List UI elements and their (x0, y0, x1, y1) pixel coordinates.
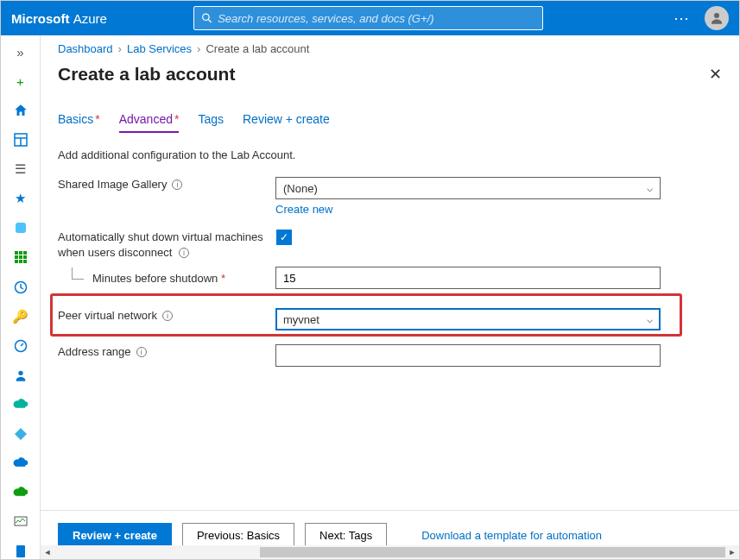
address-range-input[interactable] (283, 349, 653, 362)
list-icon[interactable]: ☰ (12, 161, 29, 177)
svg-rect-7 (15, 251, 18, 255)
search-icon (201, 12, 212, 24)
chevron-down-icon: ⌵ (647, 313, 653, 325)
svg-rect-13 (15, 260, 18, 263)
minutes-before-shutdown-label: Minutes before shutdown (92, 272, 218, 285)
create-new-link[interactable]: Create new (275, 203, 332, 216)
all-resources-icon[interactable] (12, 249, 29, 265)
intro-text: Add additional configuration to the Lab … (58, 148, 722, 161)
minutes-input[interactable] (283, 272, 653, 285)
svg-line-1 (208, 20, 211, 22)
person-icon (709, 10, 724, 26)
page-head: Create a lab account ✕ (41, 60, 739, 97)
brand-label: Microsoft Azure (11, 11, 107, 26)
address-range-label: Address range (58, 344, 131, 360)
tab-advanced[interactable]: Advanced* (119, 112, 180, 133)
next-button[interactable]: Next: Tags (305, 523, 387, 547)
row-address-range: Address range i (58, 344, 722, 367)
svg-rect-20 (16, 545, 25, 557)
review-create-button[interactable]: Review + create (58, 523, 172, 547)
cloud-icon-3[interactable] (12, 485, 29, 500)
chevron-right-icon: › (197, 42, 200, 55)
search-input[interactable] (218, 12, 535, 25)
tree-line-icon (72, 267, 84, 280)
recent-icon[interactable] (12, 280, 29, 295)
row-auto-shutdown: Automatically shut down virtual machines… (58, 230, 722, 260)
diamond-icon[interactable] (12, 426, 29, 442)
peer-vnet-select[interactable]: myvnet ⌵ (275, 308, 661, 330)
select-value: myvnet (283, 313, 319, 326)
key-icon[interactable]: 🔑 (12, 309, 29, 324)
chevron-right-icon: › (118, 42, 122, 55)
close-icon[interactable]: ✕ (709, 65, 722, 84)
portal-header: Microsoft Azure ⋯ (1, 1, 739, 35)
monitor-icon[interactable] (12, 514, 29, 530)
row-shared-image-gallery: Shared Image Gallery i (None) ⌵ Create n… (58, 177, 722, 216)
shared-image-gallery-select[interactable]: (None) ⌵ (275, 177, 661, 199)
resource-icon-1[interactable] (12, 220, 29, 236)
svg-rect-6 (16, 223, 26, 233)
scroll-left-icon[interactable]: ◄ (41, 545, 54, 559)
row-minutes-before-shutdown: Minutes before shutdown * (58, 267, 722, 289)
breadcrumb-item[interactable]: Lab Services (127, 42, 192, 55)
server-icon[interactable] (12, 544, 29, 559)
svg-rect-15 (23, 260, 27, 263)
tabs: Basics* Advanced* Tags Review + create (41, 97, 739, 133)
svg-rect-8 (19, 251, 22, 255)
previous-button[interactable]: Previous: Basics (182, 523, 294, 547)
auto-shutdown-checkbox[interactable]: ✓ (276, 230, 292, 245)
svg-point-2 (714, 13, 719, 18)
info-icon[interactable]: i (136, 347, 147, 357)
minutes-input-wrapper (275, 267, 661, 289)
nav-collapse-icon[interactable]: » (12, 44, 29, 60)
svg-rect-14 (19, 260, 22, 263)
page-title: Create a lab account (58, 64, 235, 85)
main-pane: Dashboard › Lab Services › Create a lab … (41, 35, 739, 559)
form-area: Add additional configuration to the Lab … (41, 133, 739, 510)
tab-tags[interactable]: Tags (198, 112, 224, 133)
global-search[interactable] (193, 6, 543, 30)
create-resource-icon[interactable]: + (12, 73, 29, 89)
home-icon[interactable] (12, 103, 29, 118)
user-avatar[interactable] (705, 6, 729, 30)
cloud-icon-1[interactable] (12, 397, 29, 412)
select-value: (None) (283, 182, 318, 195)
breadcrumb-item[interactable]: Dashboard (58, 42, 113, 55)
download-template-link[interactable]: Download a template for automation (421, 529, 602, 542)
brand-light: Azure (73, 11, 107, 26)
row-peer-vnet: Peer virtual network i myvnet ⌵ (58, 308, 722, 330)
auto-shutdown-label: Automatically shut down virtual machines… (58, 230, 263, 259)
chevron-down-icon: ⌵ (647, 182, 653, 194)
address-range-input-wrapper (275, 344, 661, 367)
cloud-icon-2[interactable] (12, 456, 29, 471)
info-icon[interactable]: i (162, 311, 173, 321)
scroll-right-icon[interactable]: ► (725, 545, 739, 559)
breadcrumb-current: Create a lab account (206, 42, 309, 55)
scrollbar-thumb[interactable] (260, 547, 725, 557)
svg-point-0 (203, 14, 209, 20)
breadcrumb: Dashboard › Lab Services › Create a lab … (41, 35, 739, 60)
brand-bold: Microsoft (11, 11, 70, 26)
header-right: ⋯ (674, 6, 729, 30)
svg-rect-9 (23, 251, 27, 255)
more-icon[interactable]: ⋯ (674, 9, 691, 28)
horizontal-scrollbar[interactable]: ◄ ► (41, 545, 739, 559)
info-icon[interactable]: i (179, 248, 189, 258)
svg-rect-12 (23, 255, 27, 259)
tab-review-create[interactable]: Review + create (243, 112, 330, 133)
left-nav: » + ☰ ★ 🔑 (1, 35, 41, 559)
svg-rect-11 (19, 255, 22, 259)
person-nav-icon[interactable] (12, 368, 29, 383)
tab-basics[interactable]: Basics* (58, 112, 100, 133)
meter-icon[interactable] (12, 338, 29, 354)
dashboard-icon[interactable] (12, 132, 29, 148)
svg-rect-10 (15, 255, 18, 259)
peer-vnet-label: Peer virtual network (58, 308, 157, 324)
shared-image-gallery-label: Shared Image Gallery (58, 177, 167, 192)
info-icon[interactable]: i (172, 179, 182, 190)
favorites-icon[interactable]: ★ (12, 191, 29, 206)
svg-point-18 (18, 370, 22, 374)
